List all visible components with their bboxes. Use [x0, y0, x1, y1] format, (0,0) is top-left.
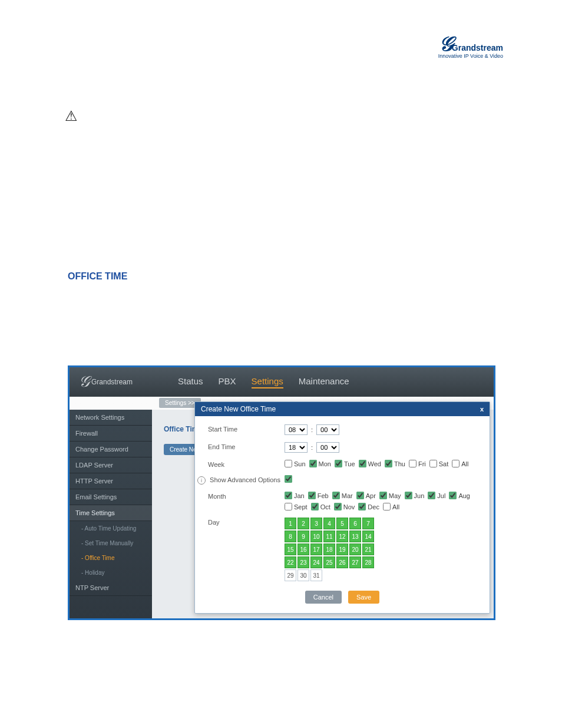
- info-icon[interactable]: i: [197, 476, 206, 485]
- month-checkbox-oct[interactable]: [311, 503, 319, 510]
- tab-maintenance[interactable]: Maintenance: [299, 376, 349, 388]
- week-checkbox-tue[interactable]: [335, 460, 342, 467]
- day-cell-7[interactable]: 7: [362, 518, 374, 529]
- month-opt-jun[interactable]: Jun: [405, 492, 425, 499]
- month-checkbox-aug[interactable]: [449, 492, 457, 499]
- week-checkbox-sun[interactable]: [285, 460, 292, 467]
- day-cell-19[interactable]: 19: [336, 543, 348, 555]
- week-opt-sun[interactable]: Sun: [285, 460, 306, 467]
- day-cell-9[interactable]: 9: [297, 531, 309, 542]
- day-cell-5[interactable]: 5: [336, 518, 348, 529]
- month-checkbox-jan[interactable]: [285, 492, 292, 499]
- day-cell-22[interactable]: 22: [285, 556, 296, 568]
- month-checkbox-mar[interactable]: [332, 492, 340, 499]
- sidebar-sub-set-manual[interactable]: - Set Time Manually: [70, 536, 152, 551]
- day-cell-17[interactable]: 17: [310, 543, 322, 555]
- advanced-options-checkbox[interactable]: [285, 475, 292, 483]
- sidebar-item-time-settings[interactable]: Time Settings: [70, 505, 152, 521]
- month-opt-oct[interactable]: Oct: [311, 503, 330, 510]
- week-checkbox-mon[interactable]: [309, 460, 317, 467]
- sidebar-sub-holiday[interactable]: - Holiday: [70, 565, 152, 580]
- day-cell-10[interactable]: 10: [310, 531, 322, 542]
- month-checkbox-feb[interactable]: [308, 492, 316, 499]
- week-checkbox-thu[interactable]: [385, 460, 392, 467]
- sidebar-item-email[interactable]: Email Settings: [70, 489, 152, 505]
- day-cell-18[interactable]: 18: [323, 543, 335, 555]
- day-cell-4[interactable]: 4: [323, 518, 335, 529]
- day-cell-15[interactable]: 15: [285, 543, 296, 555]
- week-checkbox-wed[interactable]: [359, 460, 366, 467]
- day-cell-8[interactable]: 8: [285, 531, 296, 542]
- month-opt-may[interactable]: May: [379, 492, 401, 499]
- week-opt-all[interactable]: All: [452, 460, 468, 467]
- month-opt-nov[interactable]: Nov: [334, 503, 355, 510]
- day-cell-2[interactable]: 2: [297, 518, 309, 529]
- month-opt-dec[interactable]: Dec: [358, 503, 379, 510]
- week-checkbox-fri[interactable]: [409, 460, 416, 467]
- sidebar-item-http[interactable]: HTTP Server: [70, 473, 152, 489]
- month-checkbox-dec[interactable]: [358, 503, 366, 510]
- day-cell-27[interactable]: 27: [349, 556, 361, 568]
- start-hour-select[interactable]: 08: [285, 424, 308, 435]
- day-cell-11[interactable]: 11: [323, 531, 335, 542]
- day-cell-23[interactable]: 23: [297, 556, 309, 568]
- month-checkbox-nov[interactable]: [334, 503, 342, 510]
- month-checkbox-may[interactable]: [379, 492, 387, 499]
- day-cell-30[interactable]: 30: [297, 569, 309, 581]
- day-cell-25[interactable]: 25: [323, 556, 335, 568]
- day-cell-14[interactable]: 14: [362, 531, 374, 542]
- month-label: All: [392, 503, 399, 510]
- day-cell-28[interactable]: 28: [362, 556, 374, 568]
- week-opt-fri[interactable]: Fri: [409, 460, 426, 467]
- cancel-button[interactable]: Cancel: [305, 591, 342, 604]
- week-opt-tue[interactable]: Tue: [335, 460, 355, 467]
- day-cell-16[interactable]: 16: [297, 543, 309, 555]
- sidebar-item-network[interactable]: Network Settings: [70, 410, 152, 426]
- tab-settings[interactable]: Settings: [252, 376, 283, 388]
- save-button[interactable]: Save: [348, 591, 379, 604]
- sidebar-item-change-password[interactable]: Change Password: [70, 442, 152, 457]
- week-label: Mon: [319, 460, 331, 467]
- sidebar-sub-office-time[interactable]: - Office Time: [70, 551, 152, 565]
- day-cell-3[interactable]: 3: [310, 518, 322, 529]
- month-checkbox-jul[interactable]: [428, 492, 435, 499]
- day-cell-31[interactable]: 31: [310, 569, 322, 581]
- day-cell-13[interactable]: 13: [349, 531, 361, 542]
- day-cell-24[interactable]: 24: [310, 556, 322, 568]
- week-opt-wed[interactable]: Wed: [359, 460, 381, 467]
- sidebar-item-ntp[interactable]: NTP Server: [70, 580, 152, 596]
- dialog-close-button[interactable]: x: [480, 406, 484, 413]
- month-checkbox-jun[interactable]: [405, 492, 412, 499]
- end-hour-select[interactable]: 18: [285, 442, 308, 453]
- day-cell-29[interactable]: 29: [285, 569, 296, 581]
- week-checkbox-sat[interactable]: [429, 460, 437, 467]
- tab-status[interactable]: Status: [178, 376, 203, 388]
- month-opt-jan[interactable]: Jan: [285, 492, 305, 499]
- month-checkbox-apr[interactable]: [356, 492, 364, 499]
- month-opt-aug[interactable]: Aug: [449, 492, 470, 499]
- month-checkbox-all[interactable]: [383, 503, 391, 510]
- week-checkbox-all[interactable]: [452, 460, 459, 467]
- week-opt-sat[interactable]: Sat: [429, 460, 449, 467]
- day-cell-1[interactable]: 1: [285, 518, 296, 529]
- day-cell-20[interactable]: 20: [349, 543, 361, 555]
- start-minute-select[interactable]: 00: [316, 424, 339, 435]
- sidebar-item-firewall[interactable]: Firewall: [70, 426, 152, 442]
- week-opt-thu[interactable]: Thu: [385, 460, 405, 467]
- month-opt-mar[interactable]: Mar: [332, 492, 353, 499]
- end-minute-select[interactable]: 00: [316, 442, 339, 453]
- month-opt-sept[interactable]: Sept: [285, 503, 308, 510]
- month-opt-apr[interactable]: Apr: [356, 492, 376, 499]
- month-opt-all[interactable]: All: [383, 503, 399, 510]
- month-opt-feb[interactable]: Feb: [308, 492, 329, 499]
- week-opt-mon[interactable]: Mon: [309, 460, 331, 467]
- month-opt-jul[interactable]: Jul: [428, 492, 445, 499]
- sidebar-sub-auto-time[interactable]: - Auto Time Updating: [70, 521, 152, 536]
- day-cell-26[interactable]: 26: [336, 556, 348, 568]
- day-cell-21[interactable]: 21: [362, 543, 374, 555]
- month-checkbox-sept[interactable]: [285, 503, 292, 510]
- day-cell-6[interactable]: 6: [349, 518, 361, 529]
- sidebar-item-ldap[interactable]: LDAP Server: [70, 457, 152, 473]
- day-cell-12[interactable]: 12: [336, 531, 348, 542]
- tab-pbx[interactable]: PBX: [219, 376, 236, 388]
